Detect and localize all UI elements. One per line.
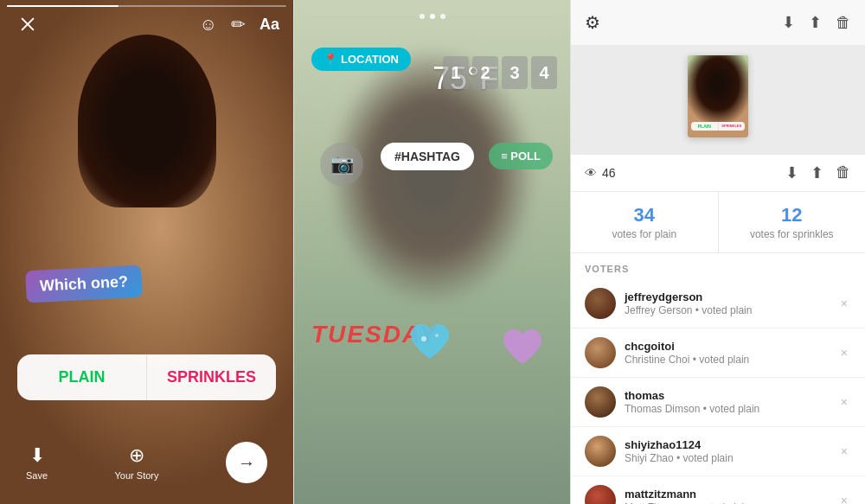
- voter-item: thomas Thomas Dimson • voted plain ×: [571, 378, 865, 427]
- views-number: 46: [602, 166, 616, 180]
- save-label: Save: [26, 470, 48, 481]
- voter-avatar[interactable]: [585, 386, 616, 418]
- story-toolbar: ☺ ✏ Aa: [200, 14, 279, 35]
- camera-icon: 📷: [330, 153, 354, 175]
- save-action[interactable]: ⬇ Save: [26, 444, 48, 481]
- poll-results: 34 votes for plain 12 votes for sprinkle…: [571, 192, 865, 253]
- sticker-panel-top: [294, 0, 570, 33]
- voter-info: shiyizhao1124 Shiyi Zhao • voted plain: [625, 438, 837, 464]
- location-sticker[interactable]: 📍 LOCATION: [311, 48, 411, 71]
- sprinkles-count: 12: [733, 204, 852, 226]
- close-button[interactable]: [14, 10, 42, 38]
- story-progress: [7, 5, 286, 7]
- sprinkles-label: votes for sprinkles: [733, 228, 852, 240]
- eye-icon: 👁: [585, 166, 597, 180]
- insights-top-bar: ⚙ ⬇ ⬆ 🗑: [571, 0, 865, 45]
- voter-dismiss-button[interactable]: ×: [837, 342, 851, 363]
- voter-info: mattzitzmann Matt Zitzmann • voted plain: [625, 488, 837, 504]
- person-hair: [78, 35, 216, 207]
- download-story-icon[interactable]: ⬇: [782, 13, 795, 32]
- voters-list: jeffreydgerson Jeffrey Gerson • voted pl…: [571, 279, 865, 504]
- delete-story-icon[interactable]: 🗑: [836, 14, 851, 32]
- voter-item: chcgoitoi Christine Choi • voted plain ×: [571, 329, 865, 378]
- voter-username[interactable]: chcgoitoi: [625, 340, 837, 353]
- voter-username[interactable]: jeffreydgerson: [625, 290, 837, 303]
- voter-dismiss-button[interactable]: ×: [837, 441, 851, 462]
- download-icon: ⬇: [29, 444, 45, 467]
- poll-mid-sticker[interactable]: ≡ POLL: [489, 143, 553, 169]
- voter-avatar[interactable]: [585, 337, 616, 368]
- draw-icon[interactable]: ✏: [231, 14, 246, 35]
- thumbnail-poll: PLAIN SPRINKLES: [691, 122, 745, 131]
- insights-panel: ⚙ ⬇ ⬆ 🗑 PLAIN SPRINKLES 👁 46 ⬇ ⬆ 🗑: [571, 0, 865, 504]
- voter-info: thomas Thomas Dimson • voted plain: [625, 389, 837, 415]
- poll-result-plain: 34 votes for plain: [571, 192, 719, 252]
- story-editor-panel: ☺ ✏ Aa Which one? PLAIN SPRINKLES ⬇ Save…: [0, 0, 294, 504]
- clock-digit-3: 3: [502, 56, 528, 89]
- voter-avatar[interactable]: [585, 485, 616, 504]
- voter-detail: Shiyi Zhao • voted plain: [625, 452, 837, 464]
- clock-display[interactable]: 1 2 3 4: [443, 56, 557, 89]
- plain-label: votes for plain: [585, 228, 704, 240]
- voter-info: chcgoitoi Christine Choi • voted plain: [625, 340, 837, 366]
- heart-sticker-blue[interactable]: [407, 319, 454, 374]
- settings-icon[interactable]: ⚙: [585, 12, 600, 33]
- svg-point-1: [435, 334, 439, 337]
- voter-info: jeffreydgerson Jeffrey Gerson • voted pl…: [625, 290, 837, 316]
- thumb-sprinkles-label: SPRINKLES: [719, 122, 746, 131]
- location-pin-icon: 📍: [324, 53, 337, 66]
- camera-button[interactable]: 📷: [320, 143, 363, 186]
- add-story-icon: ⊕: [129, 444, 144, 467]
- story-thumbnail[interactable]: PLAIN SPRINKLES: [688, 55, 748, 137]
- voter-dismiss-button[interactable]: ×: [837, 490, 851, 504]
- clock-digit-2: 2: [472, 56, 498, 89]
- voter-item: shiyizhao1124 Shiyi Zhao • voted plain ×: [571, 427, 865, 476]
- poll-result-sprinkles: 12 votes for sprinkles: [719, 192, 866, 252]
- dot-1: [420, 14, 425, 19]
- voter-dismiss-button[interactable]: ×: [837, 293, 851, 314]
- voters-header: VOTERS: [571, 253, 865, 279]
- thumbnail-container: PLAIN SPRINKLES: [571, 45, 865, 155]
- views-count: 👁 46: [585, 166, 616, 180]
- hashtag-sticker[interactable]: #HASHTAG: [381, 143, 474, 170]
- poll-option-sprinkles[interactable]: SPRINKLES: [147, 354, 276, 400]
- heart-sticker-pink[interactable]: [501, 327, 544, 379]
- svg-point-0: [421, 336, 426, 341]
- delete-icon[interactable]: 🗑: [836, 163, 851, 182]
- voter-dismiss-button[interactable]: ×: [837, 392, 851, 412]
- poll-option-plain[interactable]: PLAIN: [17, 354, 147, 400]
- face-effects-icon[interactable]: ☺: [200, 15, 217, 35]
- poll-options: PLAIN SPRINKLES: [17, 354, 276, 400]
- stats-actions: ⬇ ⬆ 🗑: [785, 163, 851, 182]
- voter-detail: Christine Choi • voted plain: [625, 354, 837, 366]
- voter-username[interactable]: thomas: [625, 389, 837, 402]
- voter-avatar[interactable]: [585, 436, 616, 467]
- story-top-bar: ☺ ✏ Aa: [0, 0, 293, 48]
- insights-actions: ⬇ ⬆ 🗑: [782, 13, 851, 32]
- voter-avatar[interactable]: [585, 288, 616, 319]
- text-tool-button[interactable]: Aa: [260, 16, 279, 34]
- download-icon-2[interactable]: ⬇: [785, 163, 798, 182]
- sticker-picker-panel: 📍 LOCATION 75°F 1 2 3 4 📷 #HASHTAG ≡ POL…: [294, 0, 571, 504]
- clock-digit-4: 4: [531, 56, 557, 89]
- voter-detail: Thomas Dimson • voted plain: [625, 403, 837, 415]
- your-story-label: Your Story: [115, 470, 159, 481]
- voters-section: VOTERS jeffreydgerson Jeffrey Gerson • v…: [571, 253, 865, 504]
- share-story-icon[interactable]: ⬆: [809, 13, 822, 32]
- voter-username[interactable]: mattzitzmann: [625, 488, 837, 501]
- dot-3: [440, 14, 445, 19]
- next-button[interactable]: →: [226, 442, 267, 483]
- story-bottom-bar: ⬇ Save ⊕ Your Story →: [0, 428, 293, 504]
- story-progress-fill: [7, 5, 119, 7]
- thumb-plain-label: PLAIN: [691, 122, 719, 131]
- voter-username[interactable]: shiyizhao1124: [625, 438, 837, 451]
- your-story-action[interactable]: ⊕ Your Story: [115, 444, 159, 481]
- voter-item: mattzitzmann Matt Zitzmann • voted plain…: [571, 476, 865, 504]
- voter-item: jeffreydgerson Jeffrey Gerson • voted pl…: [571, 279, 865, 329]
- share-icon[interactable]: ⬆: [811, 163, 823, 182]
- dots-indicator: [420, 14, 445, 19]
- clock-digit-1: 1: [443, 56, 469, 89]
- dot-2: [430, 14, 435, 19]
- voter-detail: Jeffrey Gerson • voted plain: [625, 304, 837, 316]
- poll-sticker: PLAIN SPRINKLES: [17, 354, 276, 400]
